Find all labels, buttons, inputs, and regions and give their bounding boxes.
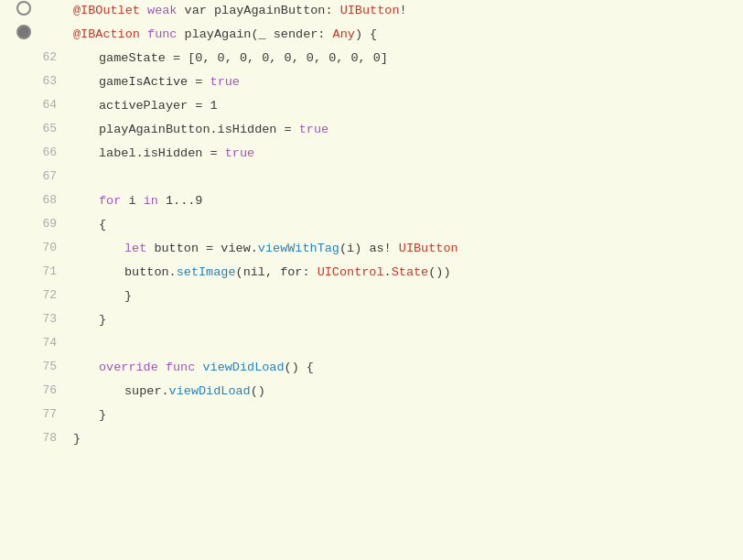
code-token: }: [124, 289, 132, 303]
line-gutter: 67: [0, 167, 66, 187]
code-token: }: [73, 432, 81, 446]
code-token: playAgainButton.isHidden =: [99, 123, 299, 136]
code-content: gameState = [0, 0, 0, 0, 0, 0, 0, 0, 0]: [66, 48, 743, 69]
code-token: [140, 4, 147, 17]
line-number: 62: [35, 48, 57, 68]
line-gutter: 73: [0, 310, 66, 329]
code-content: }: [66, 429, 743, 449]
breakpoint-indicator: [16, 25, 31, 39]
line-number: 75: [35, 358, 57, 377]
code-token: UIControl: [318, 265, 384, 279]
line-number: 74: [35, 334, 57, 353]
code-content: }: [66, 405, 743, 425]
code-token: [140, 27, 147, 41]
code-line: 77}: [0, 404, 743, 428]
code-token: viewWithTag: [258, 242, 339, 255]
code-token: weak: [147, 4, 177, 17]
code-token: in: [144, 194, 158, 208]
code-line: 66label.isHidden = true: [0, 143, 743, 167]
code-token: i: [121, 194, 143, 208]
code-line: 69{: [0, 214, 743, 238]
code-token: @IBAction: [73, 27, 140, 41]
code-token: button = view.: [146, 242, 258, 255]
code-content: @IBAction func playAgain(_ sender: Any) …: [66, 25, 743, 45]
code-line: 78}: [0, 428, 743, 452]
code-line: 64activePlayer = 1: [0, 95, 743, 119]
code-content: super.viewDidLoad(): [66, 382, 743, 402]
breakpoint-indicator: [16, 1, 31, 16]
code-token: super.: [124, 384, 169, 398]
code-token: Any: [333, 27, 355, 41]
code-line: 71button.setImage(nil, for: UIControl.St…: [0, 262, 743, 285]
code-content: }: [66, 310, 743, 330]
line-gutter: 76: [0, 382, 66, 401]
code-token: gameState = [0, 0, 0, 0, 0, 0, 0, 0, 0]: [99, 51, 388, 65]
code-content: override func viewDidLoad() {: [66, 358, 743, 378]
line-number: 70: [35, 239, 57, 258]
code-editor: @IBOutlet weak var playAgainButton: UIBu…: [0, 0, 743, 560]
code-token: {: [99, 218, 106, 232]
line-number: 65: [35, 120, 57, 139]
code-line: 75override func viewDidLoad() {: [0, 357, 743, 381]
code-content: @IBOutlet weak var playAgainButton: UIBu…: [66, 1, 743, 21]
code-token: activePlayer = 1: [99, 99, 218, 113]
code-content: label.isHidden = true: [66, 144, 743, 164]
code-token: _ sender:: [259, 27, 333, 41]
code-content: button.setImage(nil, for: UIControl.Stat…: [66, 263, 743, 283]
code-token: UIButton: [399, 242, 458, 255]
line-gutter: 71: [0, 263, 66, 282]
code-token: label.isHidden =: [99, 146, 225, 160]
line-number: 71: [35, 263, 57, 282]
line-number: 67: [35, 167, 57, 187]
line-gutter: 74: [0, 334, 66, 353]
line-gutter: 72: [0, 286, 66, 306]
code-line: 67: [0, 167, 743, 190]
code-token: ()): [428, 265, 450, 279]
line-number: 72: [35, 286, 57, 306]
line-number: 77: [35, 405, 57, 425]
line-number: 69: [35, 215, 57, 234]
code-line: @IBOutlet weak var playAgainButton: UIBu…: [0, 0, 743, 24]
code-line: 74: [0, 333, 743, 357]
code-token: (): [251, 384, 265, 398]
code-token: 1...9: [158, 194, 203, 208]
code-token: var playAgainButton:: [177, 4, 339, 17]
code-token: (nil, for:: [236, 265, 318, 279]
line-number: 64: [35, 96, 57, 115]
code-token: viewDidLoad: [169, 384, 251, 398]
code-line: 62gameState = [0, 0, 0, 0, 0, 0, 0, 0, 0…: [0, 48, 743, 71]
line-gutter: 68: [0, 191, 66, 210]
code-token: viewDidLoad: [202, 361, 284, 374]
code-token: !: [399, 4, 406, 17]
line-gutter: 64: [0, 96, 66, 115]
line-number: 78: [35, 429, 57, 448]
code-content: {: [66, 215, 743, 235]
code-token: ) {: [355, 27, 377, 41]
line-gutter: 69: [0, 215, 66, 234]
code-token: func: [147, 27, 177, 41]
code-content: activePlayer = 1: [66, 96, 743, 116]
code-token: (i): [339, 242, 369, 255]
code-token: setImage: [177, 265, 236, 279]
line-gutter: 77: [0, 405, 66, 425]
code-token: func: [166, 361, 195, 374]
line-gutter: 65: [0, 120, 66, 139]
line-gutter: 63: [0, 72, 66, 92]
code-token: UIButton: [340, 4, 400, 17]
code-content: playAgainButton.isHidden = true: [66, 120, 743, 140]
code-token: gameIsActive =: [99, 75, 210, 89]
line-number: 66: [35, 144, 57, 163]
code-token: @IBOutlet: [73, 4, 140, 17]
code-line: 65playAgainButton.isHidden = true: [0, 119, 743, 143]
line-gutter: [0, 25, 66, 39]
code-token: let: [124, 242, 146, 255]
code-token: true: [225, 146, 254, 160]
code-token: as: [369, 242, 383, 255]
code-token: }: [99, 408, 106, 422]
code-line: 63gameIsActive = true: [0, 71, 743, 95]
code-token: !: [384, 242, 399, 255]
code-token: State: [392, 265, 429, 279]
code-token: override: [99, 361, 158, 374]
code-content: gameIsActive = true: [66, 72, 743, 92]
code-token: for: [99, 194, 121, 208]
